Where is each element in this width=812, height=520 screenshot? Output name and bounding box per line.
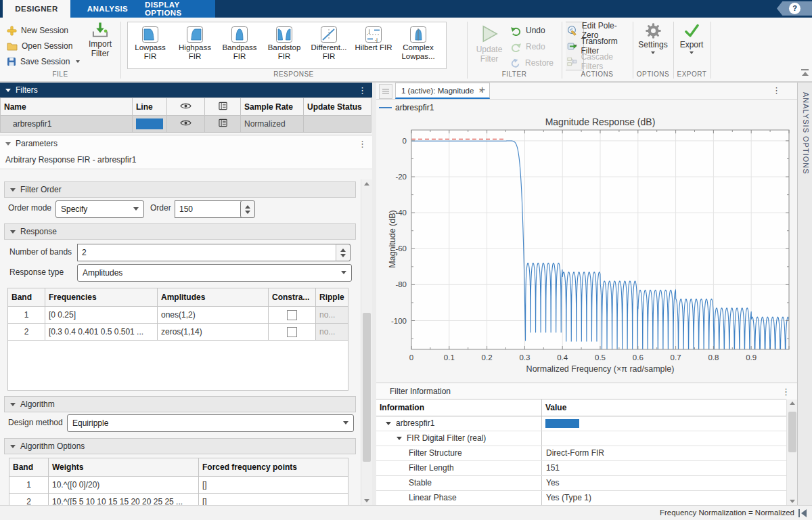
number-of-bands-spinner[interactable] xyxy=(336,244,351,261)
bandstop-fir-button[interactable]: BandstopFIR xyxy=(262,22,307,68)
info-row[interactable]: arbrespfir1 xyxy=(376,416,786,431)
filter-information-header[interactable]: Filter Information ⋮ xyxy=(376,383,808,399)
filter-name-cell[interactable]: arbrespfir1 xyxy=(1,116,133,133)
info-row[interactable]: Filter Structure Direct-Form FIR xyxy=(376,446,786,461)
magnitude-figure-tab[interactable]: 1 (active): Magnitude × xyxy=(395,83,490,99)
constraint-checkbox[interactable] xyxy=(287,327,297,337)
filter-annotation-cell[interactable] xyxy=(205,116,241,133)
amplitudes-cell[interactable]: ones(1,2) xyxy=(158,307,269,324)
col-header-update-status[interactable]: Update Status xyxy=(304,98,371,116)
import-filter-button[interactable]: Import Filter xyxy=(83,22,118,58)
response-type-dropdown[interactable]: Amplitudes xyxy=(77,264,352,282)
col-header-annotation[interactable] xyxy=(205,98,241,116)
constraints-col-header[interactable]: Constra... xyxy=(269,288,316,307)
kebab-menu-icon[interactable]: ⋮ xyxy=(358,139,367,148)
filter-visible-cell[interactable] xyxy=(167,116,205,133)
frequencies-cell[interactable]: [0 0.25] xyxy=(45,307,158,324)
spin-down-icon[interactable] xyxy=(245,211,250,214)
update-filter-button[interactable]: Update Filter xyxy=(472,23,506,64)
lowpass-fir-button[interactable]: LowpassFIR xyxy=(128,22,173,68)
response-section-header[interactable]: Response xyxy=(4,223,356,240)
parameters-scrollbar[interactable] xyxy=(361,179,372,505)
spin-up-icon[interactable] xyxy=(245,205,250,209)
algorithm-section-header[interactable]: Algorithm xyxy=(4,396,356,412)
amplitudes-cell[interactable]: zeros(1,14) xyxy=(158,324,269,341)
expand-triangle-icon[interactable] xyxy=(397,437,402,440)
algorithm-options-section-header[interactable]: Algorithm Options xyxy=(4,438,356,454)
spin-down-icon[interactable] xyxy=(340,254,346,257)
order-mode-dropdown[interactable]: Specify xyxy=(55,200,144,218)
order-spinner[interactable] xyxy=(240,200,255,218)
forced-points-col-header[interactable]: Forced frequency points xyxy=(199,458,348,477)
collapse-panel-button[interactable] xyxy=(798,509,808,517)
filter-update-status-cell[interactable] xyxy=(304,116,371,133)
hilbert-fir-button[interactable]: j-j Hilbert FIR xyxy=(351,22,396,68)
amplitudes-col-header[interactable]: Amplitudes xyxy=(158,288,269,307)
band-row[interactable]: 1 [0 0.25] ones(1,2) no... xyxy=(8,307,348,324)
scroll-down-icon[interactable] xyxy=(787,500,798,503)
weights-cell[interactable]: 10.^([0 0]/20) xyxy=(49,477,199,494)
new-session-button[interactable]: New Session xyxy=(7,23,68,38)
filter-line-cell[interactable] xyxy=(133,116,167,133)
info-row[interactable]: Linear Phase Yes (Type 1) xyxy=(376,490,786,505)
band-row[interactable]: 2 [0.3 0.4 0.401 0.5 0.501 ... zeros(1,1… xyxy=(8,324,348,341)
settings-button[interactable]: Settings xyxy=(636,22,670,54)
forced-points-cell[interactable]: [] xyxy=(199,477,348,494)
band-cell[interactable]: 1 xyxy=(8,307,45,324)
info-row[interactable]: FIR Digital Filter (real) xyxy=(376,431,786,446)
tab-display-options[interactable]: DISPLAY OPTIONS xyxy=(145,0,215,18)
value-col-header[interactable]: Value xyxy=(541,403,566,412)
scroll-up-icon[interactable] xyxy=(787,402,798,405)
scrollbar-thumb[interactable] xyxy=(788,412,796,452)
help-button[interactable]: ? xyxy=(777,1,812,16)
line-color-swatch[interactable] xyxy=(136,118,163,129)
bandpass-fir-button[interactable]: BandpassFIR xyxy=(217,22,262,68)
redo-button[interactable]: Redo xyxy=(510,39,545,54)
constraint-checkbox[interactable] xyxy=(287,310,297,320)
save-session-button[interactable]: Save Session xyxy=(7,54,80,69)
differentiator-fir-button[interactable]: Different...FIR xyxy=(307,22,351,68)
magnitude-plot[interactable]: 00.10.20.30.40.50.60.70.80.90-20-40-60-8… xyxy=(376,115,797,385)
design-method-dropdown[interactable]: Equiripple xyxy=(67,414,354,432)
spin-up-icon[interactable] xyxy=(340,248,346,252)
scrollbar-thumb[interactable] xyxy=(363,313,371,462)
weights-col-header[interactable]: Weights xyxy=(49,458,199,477)
cascade-filters-button[interactable]: Cascade Filters xyxy=(567,54,633,69)
kebab-menu-icon[interactable]: ⋮ xyxy=(358,86,367,95)
kebab-menu-icon[interactable]: ⋮ xyxy=(772,85,781,95)
frequencies-cell[interactable]: [0.3 0.4 0.401 0.5 0.501 ... xyxy=(45,324,158,341)
filter-info-scrollbar[interactable] xyxy=(786,399,798,505)
expand-triangle-icon[interactable] xyxy=(386,422,391,425)
undo-button[interactable]: Undo xyxy=(510,23,545,38)
plot-legend[interactable]: arbrespfir1 xyxy=(379,102,434,114)
col-header-name[interactable]: Name xyxy=(1,98,133,116)
frequencies-col-header[interactable]: Frequencies xyxy=(45,288,158,307)
col-header-sample-rate[interactable]: Sample Rate xyxy=(241,98,304,116)
col-header-visible[interactable] xyxy=(167,98,205,116)
complex-lowpass-fir-button[interactable]: ComplexLowpas... xyxy=(396,22,441,68)
transform-filter-button[interactable]: Transform Filter xyxy=(567,39,633,53)
weights-row[interactable]: 1 10.^([0 0]/20) [] xyxy=(9,477,348,494)
order-input[interactable]: 150 xyxy=(175,200,247,218)
parameters-header[interactable]: Parameters ⋮ xyxy=(0,135,372,152)
info-row[interactable]: Filter Length 151 xyxy=(376,460,786,476)
scroll-up-icon[interactable] xyxy=(361,182,372,186)
constraints-cell[interactable] xyxy=(269,307,316,324)
analysis-options-strip[interactable]: ANALYSIS OPTIONS xyxy=(797,83,812,505)
band-cell[interactable]: 2 xyxy=(8,324,45,341)
new-figure-tab-button[interactable]: + xyxy=(479,84,485,96)
scroll-down-icon[interactable] xyxy=(361,499,372,502)
tab-designer[interactable]: DESIGNER xyxy=(3,0,70,18)
filter-order-section-header[interactable]: Filter Order xyxy=(4,181,356,198)
info-row[interactable]: Stable Yes xyxy=(376,475,786,491)
filter-row[interactable]: arbrespfir1 Normalized xyxy=(1,116,371,133)
band-col-header[interactable]: Band xyxy=(8,288,45,307)
band-col-header[interactable]: Band xyxy=(9,458,49,477)
highpass-fir-button[interactable]: HighpassFIR xyxy=(173,22,217,68)
line-color-swatch[interactable] xyxy=(545,419,579,428)
kebab-menu-icon[interactable]: ⋮ xyxy=(782,387,790,396)
open-session-button[interactable]: Open Session xyxy=(7,39,72,53)
restore-button[interactable]: Restore xyxy=(510,56,554,70)
collapse-ribbon-button[interactable] xyxy=(800,69,810,79)
ripple-col-header[interactable]: Ripple xyxy=(316,288,348,307)
